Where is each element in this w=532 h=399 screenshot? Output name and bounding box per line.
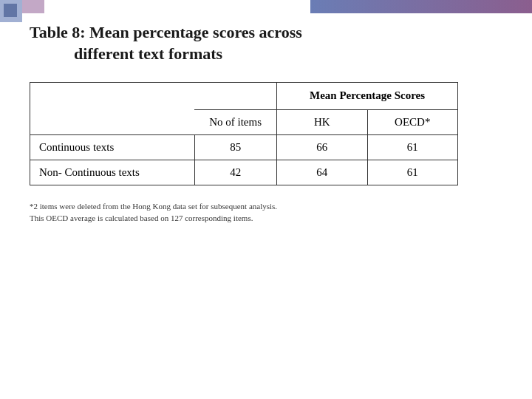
- header-bar: [310, 0, 532, 13]
- header-row-1: Mean Percentage Scores: [30, 83, 458, 110]
- page-content: Table 8: Mean percentage scores across d…: [30, 22, 502, 384]
- header-row-2: No of items HK OECD*: [30, 109, 458, 134]
- table-row: Non- Continuous texts426461: [30, 160, 458, 185]
- footnote: *2 items were deleted from the Hong Kong…: [30, 200, 502, 225]
- cell-no-items: 42: [194, 160, 276, 185]
- header-empty-2: [194, 83, 276, 110]
- cell-oecd: 61: [367, 134, 458, 160]
- cell-hk: 66: [277, 134, 367, 160]
- table-body: Continuous texts856661Non- Continuous te…: [30, 134, 458, 185]
- table-row: Continuous texts856661: [30, 134, 458, 160]
- footnote-line1: *2 items were deleted from the Hong Kong…: [30, 202, 277, 211]
- cell-hk: 64: [277, 160, 367, 185]
- header-hk: HK: [277, 109, 367, 134]
- title-line1: Table 8: Mean percentage scores across: [30, 23, 302, 41]
- cell-text-type: Non- Continuous texts: [30, 160, 195, 185]
- data-table: Mean Percentage Scores No of items HK OE…: [30, 82, 458, 185]
- svg-rect-1: [4, 4, 17, 17]
- header-oecd: OECD*: [367, 109, 458, 134]
- cell-no-items: 85: [194, 134, 276, 160]
- cell-text-type: Continuous texts: [30, 134, 195, 160]
- header-text-type-empty: [30, 109, 195, 134]
- title-line2: different text formats: [30, 44, 222, 63]
- cell-oecd: 61: [367, 160, 458, 185]
- page-title: Table 8: Mean percentage scores across d…: [30, 22, 502, 64]
- header-empty-1: [30, 83, 195, 110]
- mean-pct-scores-header: Mean Percentage Scores: [277, 83, 458, 110]
- footnote-line2: This OECD average is calculated based on…: [30, 214, 253, 222]
- header-no-of-items: No of items: [194, 109, 276, 134]
- svg-rect-2: [22, 0, 44, 13]
